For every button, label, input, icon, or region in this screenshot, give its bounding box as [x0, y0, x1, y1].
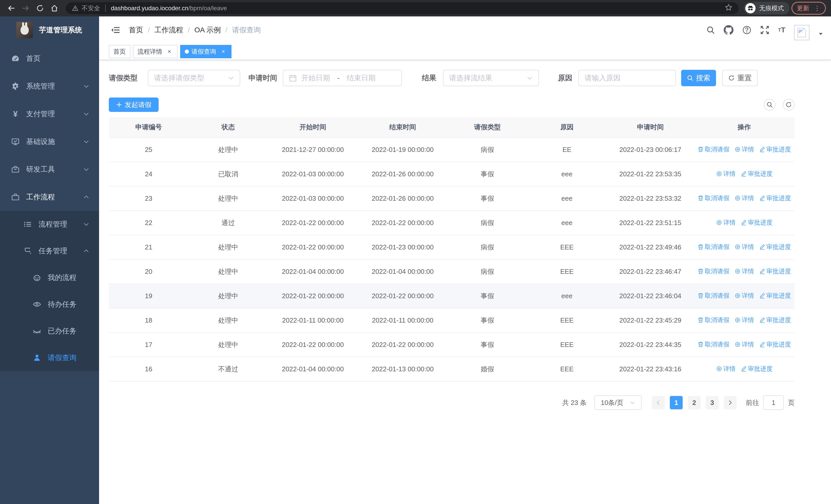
action-cancel[interactable]: 取消请假 — [697, 194, 729, 202]
sidebar-item-研发工具[interactable]: 研发工具 — [0, 155, 99, 183]
search-icon[interactable] — [706, 26, 715, 34]
sidebar-item-首页[interactable]: 首页 — [0, 45, 99, 72]
cell-leave-type: 事假 — [448, 284, 527, 308]
result-select[interactable]: 请选择流结果 — [443, 70, 539, 86]
action-progress[interactable]: 审批进度 — [759, 145, 791, 153]
result-label: 结果 — [422, 73, 436, 83]
search-button[interactable]: 搜索 — [681, 70, 716, 86]
cell-end-time: 2022-01-23 00:00:00 — [358, 235, 448, 260]
sidebar-item-流程管理[interactable]: 流程管理 — [0, 211, 99, 238]
apply-time-range-picker[interactable]: 开始日期 - 结束日期 — [283, 70, 402, 86]
action-cancel[interactable]: 取消请假 — [697, 292, 729, 300]
sidebar-item-工作流程[interactable]: 工作流程 — [0, 183, 99, 211]
page-button-3[interactable]: 3 — [706, 396, 719, 409]
url-bar[interactable]: 不安全 dashboard.yudao.iocoder.cn /bpm/oa/l… — [66, 2, 739, 14]
font-size-icon[interactable]: TT — [778, 26, 785, 34]
action-progress[interactable]: 审批进度 — [759, 267, 791, 275]
action-cancel[interactable]: 取消请假 — [697, 243, 729, 251]
apply-time-label: 申请时间 — [249, 73, 277, 83]
reset-button[interactable]: 重置 — [722, 70, 757, 86]
sidebar-item-支付管理[interactable]: ¥支付管理 — [0, 100, 99, 128]
table-body: 25处理中2021-12-27 00:00:002022-01-19 00:00… — [109, 138, 795, 381]
avatar-caret-icon[interactable] — [818, 29, 823, 38]
breadcrumb-item[interactable]: 工作流程 — [154, 25, 183, 35]
action-progress[interactable]: 审批进度 — [759, 316, 791, 324]
back-icon[interactable] — [5, 2, 18, 14]
sidebar-item-请假查询[interactable]: 请假查询 — [0, 345, 99, 371]
action-cancel[interactable]: 取消请假 — [697, 316, 729, 324]
action-detail[interactable]: 详情 — [735, 194, 754, 202]
page-size-select[interactable]: 10条/页 — [594, 395, 641, 410]
action-detail[interactable]: 详情 — [735, 292, 754, 300]
breadcrumb-item[interactable]: OA 示例 — [195, 25, 221, 35]
browser-menu-icon[interactable]: ⋮ — [814, 4, 821, 12]
sidebar-item-任务管理[interactable]: 任务管理 — [0, 238, 99, 264]
app-logo[interactable]: 芋道管理系统 — [0, 17, 99, 43]
update-button[interactable]: 更新 ⋮ — [792, 2, 826, 14]
action-detail[interactable]: 详情 — [716, 365, 736, 373]
prev-page-button[interactable] — [652, 396, 665, 409]
sidebar-item-已办任务[interactable]: 已办任务 — [0, 318, 99, 345]
sidebar-item-label: 基础设施 — [26, 137, 83, 147]
view-icon — [735, 341, 741, 348]
action-detail[interactable]: 详情 — [716, 218, 736, 227]
action-detail[interactable]: 详情 — [735, 243, 754, 251]
reason-input[interactable] — [584, 74, 670, 82]
sidebar-item-待办任务[interactable]: 待办任务 — [0, 291, 99, 318]
action-progress[interactable]: 审批进度 — [759, 243, 791, 251]
close-icon[interactable]: × — [166, 48, 173, 55]
refresh-table-button[interactable] — [783, 99, 795, 111]
github-icon[interactable] — [724, 25, 734, 35]
sidebar-item-我的流程[interactable]: 我的流程 — [0, 264, 99, 291]
action-cancel[interactable]: 取消请假 — [697, 145, 729, 153]
action-cancel[interactable]: 取消请假 — [697, 267, 729, 275]
tab-请假查询[interactable]: 请假查询× — [180, 45, 231, 58]
reload-icon[interactable] — [34, 2, 46, 14]
cell-start-time: 2022-01-03 00:00:00 — [268, 162, 358, 186]
page-button-2[interactable]: 2 — [688, 396, 700, 409]
action-progress[interactable]: 审批进度 — [741, 365, 773, 373]
action-progress[interactable]: 审批进度 — [741, 218, 773, 227]
tab-首页[interactable]: 首页 — [109, 45, 131, 58]
column-header: 操作 — [694, 117, 795, 138]
fullscreen-icon[interactable] — [760, 25, 769, 35]
home-icon[interactable] — [48, 2, 61, 14]
tab-流程详情[interactable]: 流程详情× — [133, 45, 178, 58]
action-detail[interactable]: 详情 — [716, 170, 736, 178]
bookmark-star-icon[interactable] — [725, 4, 733, 13]
view-icon — [735, 317, 741, 323]
action-cancel[interactable]: 取消请假 — [697, 340, 729, 349]
action-progress[interactable]: 审批进度 — [759, 292, 791, 300]
action-detail[interactable]: 详情 — [735, 316, 754, 324]
help-icon[interactable] — [742, 25, 751, 35]
table-row: 25处理中2021-12-27 00:00:002022-01-19 00:00… — [109, 138, 795, 162]
create-leave-button[interactable]: 发起请假 — [109, 97, 159, 112]
action-progress[interactable]: 审批进度 — [741, 170, 773, 178]
next-page-button[interactable] — [724, 396, 737, 409]
cell-leave-type: 病假 — [448, 211, 527, 235]
goto-page-input[interactable] — [763, 395, 784, 410]
view-icon — [716, 171, 722, 177]
page-button-1[interactable]: 1 — [670, 396, 683, 409]
sidebar-item-label: 研发工具 — [26, 165, 83, 174]
hamburger-icon[interactable] — [111, 25, 120, 35]
cell-id: 19 — [109, 284, 189, 308]
cell-actions: 取消请假详情审批进度 — [694, 235, 795, 260]
active-dot — [185, 50, 189, 54]
action-detail[interactable]: 详情 — [735, 340, 754, 349]
toggle-search-button[interactable] — [764, 99, 776, 111]
action-progress[interactable]: 审批进度 — [759, 340, 791, 349]
cell-leave-type: 事假 — [448, 333, 527, 357]
tab-label: 首页 — [113, 48, 126, 56]
action-detail[interactable]: 详情 — [735, 267, 754, 275]
forward-icon[interactable] — [20, 2, 32, 14]
close-icon[interactable]: × — [220, 48, 227, 55]
user-avatar[interactable] — [794, 25, 809, 40]
sidebar-item-基础设施[interactable]: 基础设施 — [0, 128, 99, 155]
sidebar-item-系统管理[interactable]: 系统管理 — [0, 72, 99, 100]
breadcrumb-item[interactable]: 首页 — [129, 25, 143, 35]
action-progress[interactable]: 审批进度 — [759, 194, 791, 202]
chevron-down-icon — [228, 75, 234, 81]
leave-type-select[interactable]: 请选择请假类型 — [148, 70, 240, 86]
action-detail[interactable]: 详情 — [735, 145, 754, 153]
